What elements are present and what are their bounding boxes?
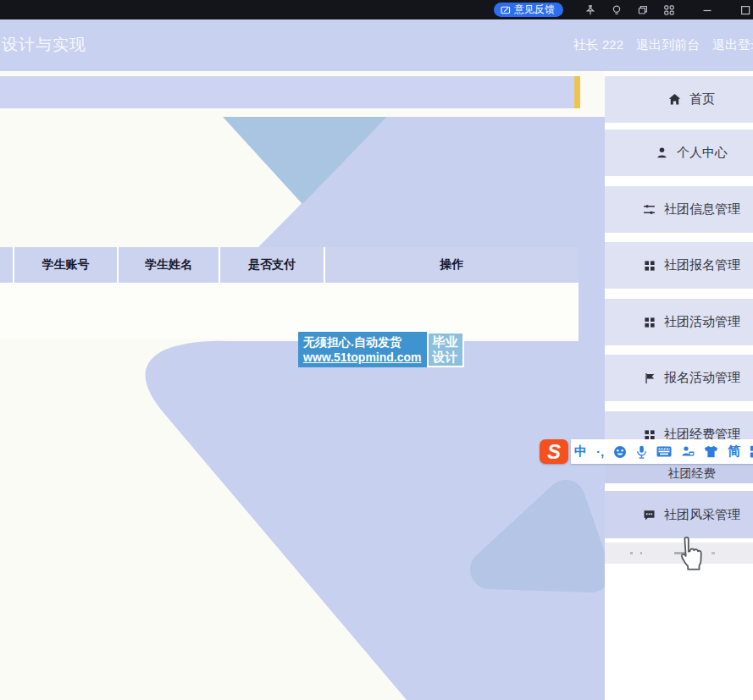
sogou-logo[interactable]: S bbox=[540, 439, 568, 464]
sidebar-item-partially-visible[interactable] bbox=[605, 543, 753, 564]
feedback-label: 意见反馈 bbox=[514, 3, 555, 17]
user-name: 社长 222 bbox=[573, 37, 623, 53]
watermark: 无须担心.自动发货 www.51topmind.com 毕业 设计 bbox=[298, 332, 464, 367]
table-header-name: 学生姓名 bbox=[119, 247, 219, 283]
sidebar-item-label: 个人中心 bbox=[677, 145, 728, 161]
watermark-badge-top: 毕业 bbox=[433, 334, 458, 350]
watermark-badge-bottom: 设计 bbox=[433, 350, 458, 365]
grid-icon bbox=[643, 259, 656, 272]
sidebar-item-personal-center[interactable]: 个人中心 bbox=[605, 130, 753, 176]
decorative-background-shapes bbox=[0, 72, 605, 700]
skin-shirt-icon[interactable] bbox=[704, 445, 718, 458]
titlebar: 意见反馈 bbox=[0, 0, 753, 20]
sidebar-item-label: 社团风采管理 bbox=[664, 507, 740, 523]
app-window: 意见反馈 设计与实现 社长 222 退出到前台 退出登录 bbox=[0, 0, 753, 700]
watermark-text: 无须担心.自动发货 www.51topmind.com bbox=[298, 332, 427, 367]
sliders-icon bbox=[643, 203, 656, 216]
watermark-url: www.51topmind.com bbox=[303, 350, 422, 365]
bulb-icon[interactable] bbox=[610, 3, 623, 16]
sidebar-item-label: 首页 bbox=[689, 91, 715, 107]
maximize-button[interactable] bbox=[739, 3, 751, 16]
ime-simplified-mode[interactable]: 简 bbox=[728, 444, 740, 460]
minimize-button[interactable] bbox=[700, 3, 713, 16]
voice-input-icon[interactable] bbox=[681, 445, 695, 458]
sidebar-subitem-club-funds[interactable]: 社团经费 bbox=[605, 464, 753, 483]
sidebar-item-club-activity[interactable]: 社团活动管理 bbox=[605, 299, 753, 345]
sidebar-item-label: 报名活动管理 bbox=[664, 370, 740, 386]
logout-link[interactable]: 退出登录 bbox=[712, 37, 753, 53]
sidebar-item-club-style[interactable]: 社团风采管理 bbox=[605, 491, 753, 538]
sidebar-item-label: 社团信息管理 bbox=[664, 201, 740, 218]
ime-toolbar: S 中 ·, 简 bbox=[540, 439, 753, 464]
exit-to-front-link[interactable]: 退出到前台 bbox=[636, 37, 700, 53]
emoji-icon[interactable] bbox=[613, 445, 627, 459]
feedback-edit-icon bbox=[501, 5, 511, 15]
app-header: 设计与实现 社长 222 退出到前台 退出登录 bbox=[0, 19, 753, 73]
titlebar-icons bbox=[584, 3, 751, 16]
table-header-account: 学生账号 bbox=[14, 247, 117, 283]
sidebar-item-club-signup[interactable]: 社团报名管理 bbox=[605, 242, 753, 289]
table-header-cell-empty bbox=[0, 247, 13, 283]
mic-icon[interactable] bbox=[636, 445, 647, 459]
sidebar-item-label: 社团活动管理 bbox=[664, 314, 740, 330]
ime-toolbox-icon[interactable] bbox=[750, 445, 753, 458]
tab-strip bbox=[0, 76, 574, 108]
sidebar-item-signup-activity[interactable]: 报名活动管理 bbox=[605, 355, 753, 401]
sidebar-item-home[interactable]: 首页 bbox=[605, 76, 753, 123]
apps-grid-icon[interactable] bbox=[662, 3, 675, 16]
sidebar-item-label: 社团报名管理 bbox=[664, 257, 740, 273]
watermark-badge: 毕业 设计 bbox=[427, 332, 464, 367]
flag-icon bbox=[643, 372, 656, 384]
sidebar-nav: 首页 个人中心 社团信息管理 社团报名管理 社团活动管理 报名活动管理 社团经费… bbox=[605, 71, 753, 700]
table-empty-row bbox=[0, 283, 579, 339]
ime-punctuation-mode[interactable]: ·, bbox=[596, 444, 604, 459]
table-header-paid: 是否支付 bbox=[220, 247, 324, 283]
pin-icon[interactable] bbox=[584, 3, 596, 16]
feedback-button[interactable]: 意见反馈 bbox=[494, 3, 563, 17]
main-content: 学生账号 学生姓名 是否支付 操作 无须担心.自动发货 www.51topmin… bbox=[0, 71, 605, 700]
window-capture-icon[interactable] bbox=[636, 3, 649, 16]
page-title: 设计与实现 bbox=[2, 34, 86, 56]
table-header-row: 学生账号 学生姓名 是否支付 操作 bbox=[0, 247, 579, 283]
keyboard-icon[interactable] bbox=[656, 446, 672, 457]
grid-icon bbox=[643, 316, 656, 328]
header-user-area: 社长 222 退出到前台 退出登录 bbox=[573, 19, 753, 71]
tab-scroll-indicator[interactable] bbox=[574, 76, 580, 108]
home-icon bbox=[668, 93, 681, 106]
ime-icon-row: 中 ·, 简 bbox=[571, 439, 753, 464]
watermark-line1: 无须担心.自动发货 bbox=[303, 334, 422, 350]
ime-chinese-mode[interactable]: 中 bbox=[574, 444, 587, 460]
sidebar-item-club-info[interactable]: 社团信息管理 bbox=[605, 186, 753, 233]
table-header-actions: 操作 bbox=[325, 247, 579, 283]
chat-icon bbox=[643, 509, 656, 521]
sidebar-item-label: 社团经费 bbox=[668, 466, 716, 482]
faint-text-marks bbox=[630, 552, 728, 554]
user-icon bbox=[656, 146, 668, 159]
